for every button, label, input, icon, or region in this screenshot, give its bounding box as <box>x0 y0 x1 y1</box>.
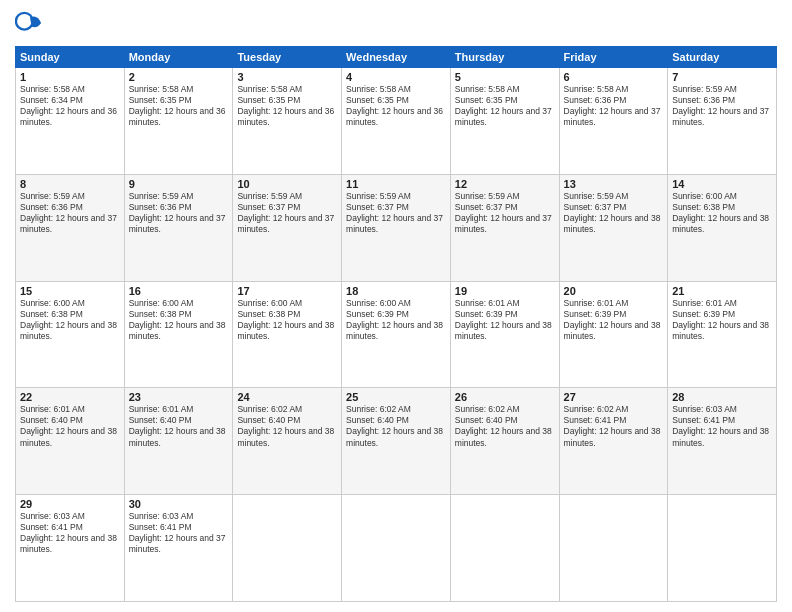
day-number: 10 <box>237 178 337 190</box>
calendar-cell: 6 Sunrise: 5:58 AMSunset: 6:36 PMDayligh… <box>559 68 668 175</box>
day-info: Sunrise: 5:59 AMSunset: 6:37 PMDaylight:… <box>237 191 337 235</box>
calendar-cell: 10 Sunrise: 5:59 AMSunset: 6:37 PMDaylig… <box>233 174 342 281</box>
day-info: Sunrise: 6:03 AMSunset: 6:41 PMDaylight:… <box>20 511 120 555</box>
day-info: Sunrise: 5:59 AMSunset: 6:37 PMDaylight:… <box>564 191 664 235</box>
header <box>15 10 777 38</box>
day-info: Sunrise: 6:00 AMSunset: 6:38 PMDaylight:… <box>129 298 229 342</box>
day-number: 8 <box>20 178 120 190</box>
col-header-wednesday: Wednesday <box>342 47 451 68</box>
calendar-cell: 21 Sunrise: 6:01 AMSunset: 6:39 PMDaylig… <box>668 281 777 388</box>
day-number: 23 <box>129 391 229 403</box>
day-number: 6 <box>564 71 664 83</box>
calendar-cell: 3 Sunrise: 5:58 AMSunset: 6:35 PMDayligh… <box>233 68 342 175</box>
calendar-cell: 24 Sunrise: 6:02 AMSunset: 6:40 PMDaylig… <box>233 388 342 495</box>
day-info: Sunrise: 6:02 AMSunset: 6:40 PMDaylight:… <box>237 404 337 448</box>
day-number: 1 <box>20 71 120 83</box>
page: SundayMondayTuesdayWednesdayThursdayFrid… <box>0 0 792 612</box>
calendar-cell <box>668 495 777 602</box>
col-header-monday: Monday <box>124 47 233 68</box>
day-number: 17 <box>237 285 337 297</box>
calendar-cell <box>559 495 668 602</box>
calendar-cell: 14 Sunrise: 6:00 AMSunset: 6:38 PMDaylig… <box>668 174 777 281</box>
week-row-2: 8 Sunrise: 5:59 AMSunset: 6:36 PMDayligh… <box>16 174 777 281</box>
day-info: Sunrise: 5:58 AMSunset: 6:35 PMDaylight:… <box>346 84 446 128</box>
day-number: 11 <box>346 178 446 190</box>
week-row-4: 22 Sunrise: 6:01 AMSunset: 6:40 PMDaylig… <box>16 388 777 495</box>
day-number: 12 <box>455 178 555 190</box>
day-number: 22 <box>20 391 120 403</box>
day-info: Sunrise: 6:01 AMSunset: 6:39 PMDaylight:… <box>672 298 772 342</box>
calendar-cell: 16 Sunrise: 6:00 AMSunset: 6:38 PMDaylig… <box>124 281 233 388</box>
day-info: Sunrise: 6:01 AMSunset: 6:39 PMDaylight:… <box>455 298 555 342</box>
logo <box>15 10 47 38</box>
day-info: Sunrise: 5:59 AMSunset: 6:37 PMDaylight:… <box>346 191 446 235</box>
day-number: 29 <box>20 498 120 510</box>
logo-icon <box>15 10 43 38</box>
calendar-cell: 11 Sunrise: 5:59 AMSunset: 6:37 PMDaylig… <box>342 174 451 281</box>
day-info: Sunrise: 6:00 AMSunset: 6:39 PMDaylight:… <box>346 298 446 342</box>
calendar-cell <box>450 495 559 602</box>
calendar-cell <box>233 495 342 602</box>
calendar-cell: 29 Sunrise: 6:03 AMSunset: 6:41 PMDaylig… <box>16 495 125 602</box>
day-number: 5 <box>455 71 555 83</box>
calendar-cell: 23 Sunrise: 6:01 AMSunset: 6:40 PMDaylig… <box>124 388 233 495</box>
day-info: Sunrise: 6:03 AMSunset: 6:41 PMDaylight:… <box>672 404 772 448</box>
calendar-cell: 22 Sunrise: 6:01 AMSunset: 6:40 PMDaylig… <box>16 388 125 495</box>
day-number: 27 <box>564 391 664 403</box>
calendar-cell: 4 Sunrise: 5:58 AMSunset: 6:35 PMDayligh… <box>342 68 451 175</box>
day-number: 20 <box>564 285 664 297</box>
day-info: Sunrise: 6:00 AMSunset: 6:38 PMDaylight:… <box>672 191 772 235</box>
day-info: Sunrise: 5:59 AMSunset: 6:36 PMDaylight:… <box>20 191 120 235</box>
day-number: 26 <box>455 391 555 403</box>
calendar-cell: 5 Sunrise: 5:58 AMSunset: 6:35 PMDayligh… <box>450 68 559 175</box>
calendar-cell: 17 Sunrise: 6:00 AMSunset: 6:38 PMDaylig… <box>233 281 342 388</box>
day-number: 14 <box>672 178 772 190</box>
day-number: 13 <box>564 178 664 190</box>
day-info: Sunrise: 5:59 AMSunset: 6:37 PMDaylight:… <box>455 191 555 235</box>
day-number: 30 <box>129 498 229 510</box>
week-row-3: 15 Sunrise: 6:00 AMSunset: 6:38 PMDaylig… <box>16 281 777 388</box>
col-header-tuesday: Tuesday <box>233 47 342 68</box>
day-number: 16 <box>129 285 229 297</box>
day-info: Sunrise: 6:00 AMSunset: 6:38 PMDaylight:… <box>237 298 337 342</box>
calendar-cell: 20 Sunrise: 6:01 AMSunset: 6:39 PMDaylig… <box>559 281 668 388</box>
calendar-cell: 2 Sunrise: 5:58 AMSunset: 6:35 PMDayligh… <box>124 68 233 175</box>
day-number: 19 <box>455 285 555 297</box>
day-info: Sunrise: 6:01 AMSunset: 6:39 PMDaylight:… <box>564 298 664 342</box>
calendar-cell: 1 Sunrise: 5:58 AMSunset: 6:34 PMDayligh… <box>16 68 125 175</box>
calendar-cell: 28 Sunrise: 6:03 AMSunset: 6:41 PMDaylig… <box>668 388 777 495</box>
calendar-cell: 25 Sunrise: 6:02 AMSunset: 6:40 PMDaylig… <box>342 388 451 495</box>
day-info: Sunrise: 5:58 AMSunset: 6:36 PMDaylight:… <box>564 84 664 128</box>
week-row-5: 29 Sunrise: 6:03 AMSunset: 6:41 PMDaylig… <box>16 495 777 602</box>
day-info: Sunrise: 6:02 AMSunset: 6:40 PMDaylight:… <box>346 404 446 448</box>
day-info: Sunrise: 5:59 AMSunset: 6:36 PMDaylight:… <box>672 84 772 128</box>
calendar-cell: 18 Sunrise: 6:00 AMSunset: 6:39 PMDaylig… <box>342 281 451 388</box>
calendar-cell: 9 Sunrise: 5:59 AMSunset: 6:36 PMDayligh… <box>124 174 233 281</box>
day-info: Sunrise: 5:58 AMSunset: 6:35 PMDaylight:… <box>455 84 555 128</box>
day-number: 21 <box>672 285 772 297</box>
day-info: Sunrise: 6:00 AMSunset: 6:38 PMDaylight:… <box>20 298 120 342</box>
day-number: 18 <box>346 285 446 297</box>
day-info: Sunrise: 5:58 AMSunset: 6:35 PMDaylight:… <box>237 84 337 128</box>
svg-point-0 <box>16 13 33 30</box>
calendar-cell: 12 Sunrise: 5:59 AMSunset: 6:37 PMDaylig… <box>450 174 559 281</box>
day-info: Sunrise: 6:03 AMSunset: 6:41 PMDaylight:… <box>129 511 229 555</box>
calendar-table: SundayMondayTuesdayWednesdayThursdayFrid… <box>15 46 777 602</box>
day-number: 3 <box>237 71 337 83</box>
day-number: 15 <box>20 285 120 297</box>
day-info: Sunrise: 6:01 AMSunset: 6:40 PMDaylight:… <box>20 404 120 448</box>
day-number: 4 <box>346 71 446 83</box>
calendar-cell: 8 Sunrise: 5:59 AMSunset: 6:36 PMDayligh… <box>16 174 125 281</box>
calendar-cell <box>342 495 451 602</box>
col-header-thursday: Thursday <box>450 47 559 68</box>
day-info: Sunrise: 6:01 AMSunset: 6:40 PMDaylight:… <box>129 404 229 448</box>
day-info: Sunrise: 6:02 AMSunset: 6:41 PMDaylight:… <box>564 404 664 448</box>
day-info: Sunrise: 6:02 AMSunset: 6:40 PMDaylight:… <box>455 404 555 448</box>
calendar-cell: 15 Sunrise: 6:00 AMSunset: 6:38 PMDaylig… <box>16 281 125 388</box>
day-number: 9 <box>129 178 229 190</box>
col-header-sunday: Sunday <box>16 47 125 68</box>
calendar-cell: 27 Sunrise: 6:02 AMSunset: 6:41 PMDaylig… <box>559 388 668 495</box>
day-number: 7 <box>672 71 772 83</box>
calendar-cell: 7 Sunrise: 5:59 AMSunset: 6:36 PMDayligh… <box>668 68 777 175</box>
week-row-1: 1 Sunrise: 5:58 AMSunset: 6:34 PMDayligh… <box>16 68 777 175</box>
